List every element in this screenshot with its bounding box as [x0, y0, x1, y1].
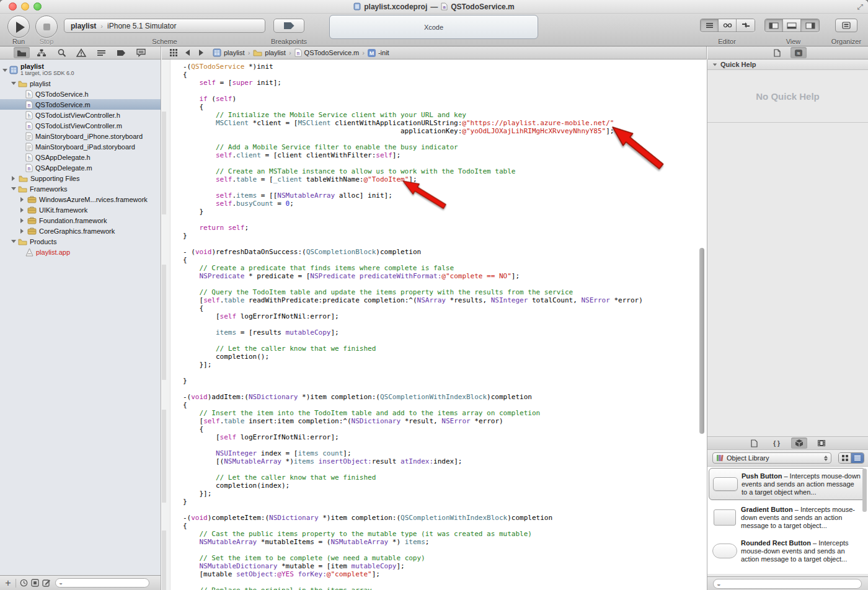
minimize-button[interactable] — [21, 2, 29, 11]
code-line[interactable]: // Let the caller know that we finished — [183, 473, 643, 482]
jumpbar-crumb[interactable]: M-init — [368, 49, 389, 57]
code-line[interactable] — [183, 183, 643, 192]
code-line[interactable]: // Initialize the Mobile Service client … — [183, 111, 643, 119]
stop-button[interactable] — [35, 15, 58, 38]
code-line[interactable] — [183, 506, 643, 514]
breakpoint-navigator-tab[interactable] — [113, 47, 129, 58]
file-inspector-tab[interactable] — [769, 47, 786, 58]
navigator-toggle-button[interactable] — [765, 19, 783, 32]
navigator-row[interactable]: playlist1 target, iOS SDK 6.0 — [0, 62, 161, 78]
code-line[interactable]: // Let the caller know that we finished — [183, 345, 643, 353]
media-library-tab[interactable] — [813, 438, 830, 449]
code-line[interactable]: { — [183, 522, 643, 530]
navigator-row[interactable]: mQSTodoListViewController.m — [0, 120, 161, 131]
navigator-row[interactable]: hQSTodoService.h — [0, 89, 161, 99]
code-line[interactable]: -(void)addItem:(NSDictionary *)item comp… — [183, 393, 643, 401]
symbol-navigator-tab[interactable] — [33, 47, 50, 58]
navigator-row[interactable]: Products — [0, 236, 161, 247]
code-line[interactable]: // Create a predicate that finds items w… — [183, 264, 643, 272]
assistant-editor-button[interactable] — [719, 19, 737, 32]
disclosure-triangle-icon[interactable] — [20, 197, 24, 202]
navigator-row[interactable]: MainStoryboard_iPhone.storyboard — [0, 131, 161, 141]
code-line[interactable]: MSClient *client = [MSClient clientWithA… — [183, 119, 643, 127]
library-item[interactable]: Rounded Textured Button — [709, 568, 866, 574]
code-line[interactable]: return self; — [183, 224, 643, 232]
fullscreen-icon[interactable]: ⤢ — [857, 2, 863, 11]
code-line[interactable]: NSMutableArray *mutableItems = (NSMutabl… — [183, 538, 643, 546]
add-button[interactable]: + — [2, 578, 14, 589]
code-line[interactable]: self = [super init]; — [183, 79, 643, 87]
code-line[interactable] — [183, 159, 643, 167]
code-line[interactable]: { — [183, 401, 643, 409]
editor-scrollbar-thumb[interactable] — [699, 248, 704, 434]
file-template-library-tab[interactable] — [746, 438, 763, 449]
code-line[interactable]: NSPredicate * predicate = [NSPredicate p… — [183, 272, 643, 280]
object-library-tab[interactable] — [791, 438, 807, 449]
code-line[interactable] — [183, 87, 643, 95]
disclosure-triangle-icon[interactable] — [20, 229, 24, 234]
code-line[interactable] — [183, 441, 643, 449]
jumpbar-crumb[interactable]: mQSTodoService.m — [294, 48, 360, 57]
navigator-row[interactable]: Supporting Files — [0, 173, 161, 183]
navigator-row[interactable]: mQSAppDelegate.m — [0, 162, 161, 173]
navigator-filter-field[interactable]: ◒ — [55, 578, 149, 588]
code-line[interactable] — [183, 385, 643, 393]
code-line[interactable]: NSUInteger index = [items count]; — [183, 449, 643, 457]
back-button[interactable] — [180, 47, 194, 58]
disclosure-triangle-icon[interactable] — [12, 176, 15, 181]
related-items-button[interactable] — [167, 47, 180, 58]
code-snippet-library-tab[interactable]: { } — [769, 438, 785, 449]
code-line[interactable]: items = [results mutableCopy]; — [183, 328, 643, 337]
code-line[interactable] — [183, 320, 643, 328]
scm-status-button[interactable] — [29, 578, 40, 589]
code-line[interactable]: if (self) — [183, 95, 643, 103]
code-line[interactable]: { — [183, 103, 643, 111]
list-view-button[interactable] — [851, 453, 864, 463]
navigator-row[interactable]: mQSTodoService.m — [0, 99, 161, 110]
code-line[interactable] — [183, 546, 643, 554]
disclosure-triangle-icon[interactable] — [11, 82, 16, 85]
zoom-button[interactable] — [33, 2, 42, 11]
forward-button[interactable] — [194, 47, 208, 58]
disclosure-triangle-icon[interactable] — [20, 208, 24, 213]
navigator-row[interactable]: Frameworks — [0, 183, 161, 194]
project-navigator-tab[interactable] — [14, 47, 30, 58]
code-line[interactable]: }]; — [183, 490, 643, 498]
navigator-row[interactable]: UIKit.framework — [0, 205, 161, 215]
code-line[interactable] — [183, 337, 643, 345]
jumpbar-crumb[interactable]: playlist — [253, 49, 286, 56]
code-line[interactable] — [183, 578, 643, 586]
code-line[interactable]: self.items = [[NSMutableArray alloc] ini… — [183, 192, 643, 200]
issue-navigator-tab[interactable] — [73, 47, 89, 58]
code-line[interactable]: completion(index); — [183, 482, 643, 490]
navigator-row[interactable]: CoreGraphics.framework — [0, 226, 161, 236]
standard-editor-button[interactable] — [701, 19, 719, 32]
scheme-selector[interactable]: playlist › iPhone 5.1 Simulator — [64, 19, 265, 33]
navigator-row[interactable]: WindowsAzureM...rvices.framework — [0, 194, 161, 205]
code-line[interactable]: } — [183, 232, 643, 240]
utilities-toggle-button[interactable] — [801, 19, 819, 32]
code-line[interactable]: } — [183, 377, 643, 385]
disclosure-triangle-icon[interactable] — [11, 240, 16, 243]
code-line[interactable]: } — [183, 498, 643, 506]
grid-view-button[interactable] — [839, 453, 851, 463]
code-line[interactable]: self.table = [_client tableWithName:@"To… — [183, 175, 643, 183]
debug-area-toggle-button[interactable] — [783, 19, 801, 32]
navigator-row[interactable]: hQSAppDelegate.h — [0, 152, 161, 162]
code-line[interactable]: // Add a Mobile Service filter to enable… — [183, 143, 643, 151]
code-text[interactable]: -(QSTodoService *)init{ self = [super in… — [170, 63, 643, 590]
version-editor-button[interactable] — [737, 19, 755, 32]
code-line[interactable]: self.busyCount = 0; — [183, 200, 643, 208]
code-line[interactable]: [mutable setObject:@YES forKey:@"complet… — [183, 570, 643, 578]
source-editor[interactable]: -(QSTodoService *)init{ self = [super in… — [162, 59, 707, 590]
recent-files-button[interactable] — [18, 578, 29, 589]
code-line[interactable]: applicationKey:@"yoOdLJOXajLihRIMgHcXRvv… — [183, 127, 643, 135]
code-line[interactable] — [183, 216, 643, 224]
run-button[interactable] — [7, 15, 30, 38]
code-line[interactable]: // Cast the public items property to the… — [183, 530, 643, 538]
jumpbar-crumb[interactable]: playlist — [213, 48, 245, 57]
code-line[interactable]: [self logErrorIfNotNil:error]; — [183, 312, 643, 320]
disclosure-triangle-icon[interactable] — [2, 69, 7, 72]
library-item[interactable]: Rounded Rect Button – Intercepts mouse-d… — [709, 535, 866, 567]
navigator-row[interactable]: Foundation.framework — [0, 215, 161, 226]
